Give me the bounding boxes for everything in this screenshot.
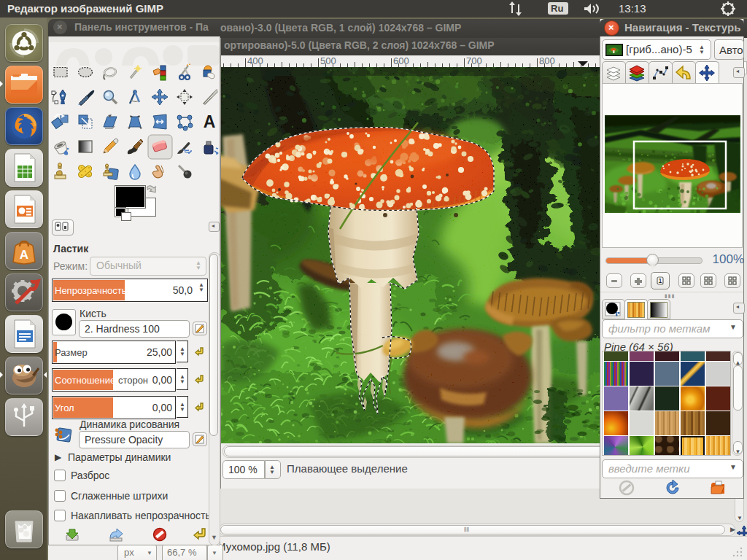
svg-text:600: 600 [393, 55, 409, 66]
svg-text:A: A [20, 248, 28, 262]
svg-text:700: 700 [466, 55, 482, 66]
svg-text:800: 800 [539, 55, 555, 66]
svg-text:400: 400 [247, 55, 263, 66]
svg-text:A: A [204, 112, 216, 131]
svg-text:1: 1 [658, 277, 662, 284]
svg-text:500: 500 [320, 55, 336, 66]
